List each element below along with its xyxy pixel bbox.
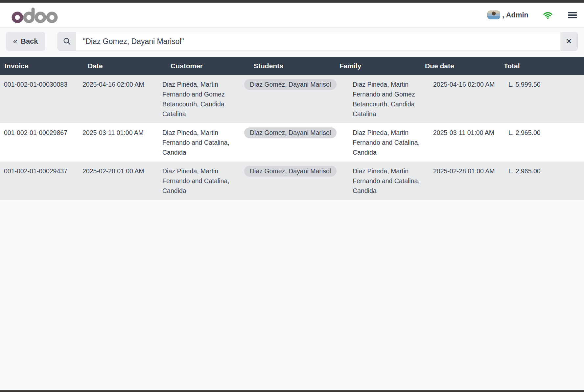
odoo-logo-icon: [12, 7, 61, 24]
wifi-status-icon: [543, 11, 553, 19]
col-header-customer[interactable]: Customer: [159, 62, 242, 70]
table-row[interactable]: 001-002-01-00029437 2025-02-28 01:00 AM …: [0, 162, 584, 200]
user-name: , Admin: [502, 11, 528, 19]
students-cell: Diaz Gomez, Dayani Marisol: [242, 79, 337, 119]
student-badge[interactable]: Diaz Gomez, Dayani Marisol: [244, 79, 337, 90]
customer-name: Diaz Pineda, Martin Fernando and Gomez B…: [159, 79, 242, 119]
back-button-label: Back: [21, 37, 38, 46]
hamburger-icon: [568, 11, 577, 19]
invoice-number: 001-002-01-00029867: [0, 128, 81, 157]
customer-name: Diaz Pineda, Martin Fernando and Catalin…: [159, 166, 242, 196]
search-row: « Back ✕: [0, 32, 584, 51]
odoo-logo[interactable]: [12, 7, 61, 24]
app-header: , Admin: [0, 3, 584, 28]
search-icon: [58, 32, 76, 51]
invoice-date: 2025-04-16 02:00 AM: [81, 79, 159, 119]
family-name: Diaz Pineda, Martin Fernando and Catalin…: [337, 128, 422, 157]
students-cell: Diaz Gomez, Dayani Marisol: [242, 166, 337, 196]
invoice-total: L. 5,999.50: [500, 79, 584, 119]
customer-name: Diaz Pineda, Martin Fernando and Catalin…: [159, 128, 242, 157]
back-chevron-icon: «: [13, 37, 17, 46]
invoice-number: 001-002-01-00029437: [0, 166, 81, 196]
col-header-invoice[interactable]: Invoice: [0, 62, 81, 70]
col-header-total[interactable]: Total: [500, 62, 584, 70]
due-date: 2025-02-28 01:00 AM: [422, 166, 500, 196]
bottom-edge-strip: [0, 390, 584, 392]
user-avatar: [487, 11, 500, 19]
back-button[interactable]: « Back: [6, 32, 45, 51]
table-header-row: Invoice Date Customer Students Family Du…: [0, 57, 584, 75]
clear-search-button[interactable]: ✕: [560, 32, 577, 51]
invoice-date: 2025-03-11 01:00 AM: [81, 128, 159, 157]
family-name: Diaz Pineda, Martin Fernando and Gomez B…: [337, 79, 422, 119]
invoice-date: 2025-02-28 01:00 AM: [81, 166, 159, 196]
due-date: 2025-03-11 01:00 AM: [422, 128, 500, 157]
col-header-students[interactable]: Students: [242, 62, 337, 70]
invoice-total: L. 2,965.00: [500, 166, 584, 196]
table-row[interactable]: 001-002-01-00029867 2025-03-11 01:00 AM …: [0, 123, 584, 162]
students-cell: Diaz Gomez, Dayani Marisol: [242, 128, 337, 157]
col-header-due-date[interactable]: Due date: [422, 62, 500, 70]
table-row[interactable]: 001-002-01-00030083 2025-04-16 02:00 AM …: [0, 75, 584, 123]
header-actions: , Admin: [487, 11, 577, 19]
invoice-total: L. 2,965.00: [500, 128, 584, 157]
student-badge[interactable]: Diaz Gomez, Dayani Marisol: [244, 127, 337, 138]
menu-button[interactable]: [568, 11, 577, 19]
user-menu[interactable]: , Admin: [487, 11, 528, 19]
close-icon: ✕: [566, 37, 572, 46]
col-header-family[interactable]: Family: [337, 62, 422, 70]
student-badge[interactable]: Diaz Gomez, Dayani Marisol: [244, 166, 337, 177]
invoice-table: Invoice Date Customer Students Family Du…: [0, 57, 584, 200]
due-date: 2025-04-16 02:00 AM: [422, 79, 500, 119]
search-input[interactable]: [76, 32, 560, 51]
invoice-number: 001-002-01-00030083: [0, 79, 81, 119]
col-header-date[interactable]: Date: [81, 62, 159, 70]
top-edge-strip: [0, 0, 584, 3]
search-bar: ✕: [58, 32, 578, 51]
family-name: Diaz Pineda, Martin Fernando and Catalin…: [337, 166, 422, 196]
